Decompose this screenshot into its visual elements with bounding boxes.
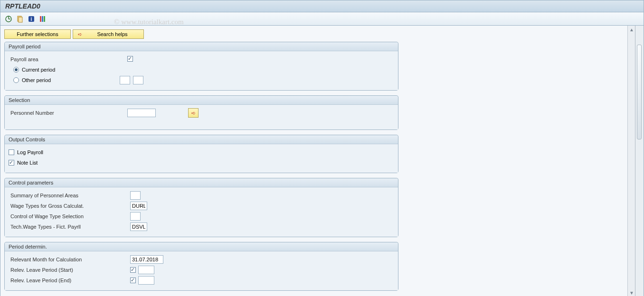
wage-types-gross-label: Wage Types for Gross Calculat. bbox=[9, 203, 127, 209]
control-wage-sel-input[interactable] bbox=[130, 212, 141, 221]
wage-types-gross-input[interactable] bbox=[130, 202, 147, 210]
relev-end-checkbox[interactable] bbox=[130, 278, 136, 283]
svg-rect-9 bbox=[44, 16, 45, 22]
log-payroll-label: Log Payroll bbox=[17, 149, 43, 155]
payroll-period-group: Payroll period Payroll area Current peri… bbox=[4, 42, 398, 91]
personnel-number-label: Personnel Number bbox=[9, 110, 113, 116]
period-determin-group: Period determin. Relevant Month for Calc… bbox=[4, 242, 398, 291]
current-period-radio[interactable] bbox=[13, 67, 19, 73]
control-wage-sel-label: Control of Wage Type Selection bbox=[9, 213, 127, 219]
personnel-number-input[interactable] bbox=[127, 109, 156, 117]
scrollbar-handle[interactable] bbox=[637, 45, 642, 139]
app-toolbar: i bbox=[0, 12, 644, 26]
content-wrapper: Further selections ➪ Search helps Payrol… bbox=[0, 26, 644, 296]
control-parameters-header: Control parameters bbox=[5, 178, 398, 187]
relev-start-input[interactable] bbox=[138, 266, 154, 274]
svg-rect-7 bbox=[40, 16, 41, 22]
action-button-row: Further selections ➪ Search helps bbox=[4, 29, 624, 39]
window-title: RPTLEAD0 bbox=[5, 2, 40, 10]
relev-start-label: Relev. Leave Period (Start) bbox=[9, 267, 127, 273]
summary-personnel-input[interactable] bbox=[130, 191, 141, 200]
arrow-right-icon: ➪ bbox=[78, 31, 82, 37]
selection-header: Selection bbox=[5, 96, 398, 105]
relev-end-input[interactable] bbox=[138, 276, 154, 285]
variant-icon[interactable] bbox=[16, 15, 24, 23]
search-helps-button[interactable]: ➪ Search helps bbox=[73, 29, 144, 39]
payroll-area-label: Payroll area bbox=[9, 56, 113, 62]
scroll-down-arrow-icon[interactable]: ▼ bbox=[628, 290, 635, 296]
relev-start-checkbox[interactable] bbox=[130, 267, 136, 273]
inner-scrollbar[interactable]: ▲ ▼ bbox=[627, 26, 635, 296]
further-selections-label: Further selections bbox=[17, 31, 58, 37]
outer-scrollbar[interactable] bbox=[635, 26, 644, 296]
tech-wage-input[interactable] bbox=[130, 222, 147, 231]
other-period-label: Other period bbox=[22, 77, 117, 83]
summary-personnel-label: Summary of Personnel Areas bbox=[9, 193, 127, 198]
relevant-month-label: Relevant Month for Calculation bbox=[9, 257, 127, 262]
selection-group: Selection Personnel Number ➪ bbox=[4, 95, 398, 130]
window-title-bar: RPTLEAD0 bbox=[0, 0, 644, 12]
relev-end-label: Relev. Leave Period (End) bbox=[9, 278, 127, 283]
control-parameters-group: Control parameters Summary of Personnel … bbox=[4, 178, 398, 237]
svg-rect-4 bbox=[19, 17, 22, 22]
multiple-selection-button[interactable]: ➪ bbox=[188, 108, 199, 118]
further-selections-button[interactable]: Further selections bbox=[4, 29, 71, 39]
period-determin-header: Period determin. bbox=[5, 242, 398, 251]
execute-icon[interactable] bbox=[4, 15, 13, 23]
info-icon[interactable]: i bbox=[27, 15, 36, 23]
output-controls-header: Output Controls bbox=[5, 135, 398, 144]
log-payroll-checkbox[interactable] bbox=[9, 149, 14, 155]
note-list-checkbox[interactable] bbox=[9, 160, 14, 166]
output-controls-group: Output Controls Log Payroll Note List bbox=[4, 135, 398, 173]
tech-wage-label: Tech.Wage Types - Fict. Payrll bbox=[9, 224, 127, 230]
scroll-up-arrow-icon[interactable]: ▲ bbox=[628, 27, 635, 33]
svg-rect-8 bbox=[42, 16, 43, 22]
arrow-right-icon: ➪ bbox=[191, 110, 196, 116]
main-form: Further selections ➪ Search helps Payrol… bbox=[0, 26, 627, 296]
payroll-area-checkbox[interactable] bbox=[127, 56, 133, 62]
payroll-period-header: Payroll period bbox=[5, 42, 398, 51]
current-period-label: Current period bbox=[22, 67, 55, 73]
other-period-input-2[interactable] bbox=[133, 76, 143, 84]
palette-icon[interactable] bbox=[38, 15, 47, 23]
other-period-radio[interactable] bbox=[13, 77, 19, 83]
svg-text:i: i bbox=[31, 17, 32, 22]
other-period-input-1[interactable] bbox=[120, 76, 130, 84]
note-list-label: Note List bbox=[17, 160, 38, 166]
search-helps-label: Search helps bbox=[86, 31, 139, 37]
relevant-month-input[interactable] bbox=[130, 255, 163, 264]
